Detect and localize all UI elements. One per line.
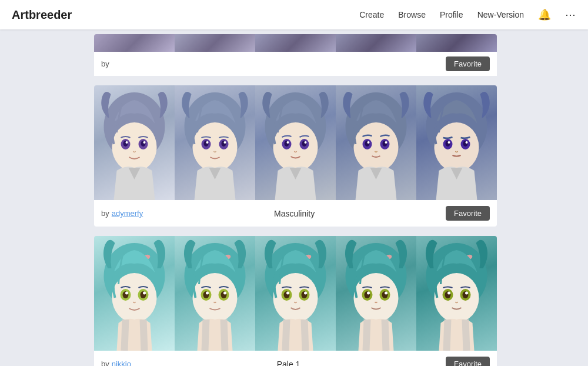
main-content: by Favorite (0, 0, 588, 366)
svg-point-22 (287, 141, 289, 144)
partial-by-label: by (101, 59, 109, 68)
svg-point-7 (143, 141, 146, 144)
partial-frame-3 (255, 34, 336, 52)
sequence-frame-2-3[interactable] (255, 236, 336, 351)
partial-meta: by Favorite (94, 52, 497, 76)
svg-point-50 (143, 292, 146, 295)
sequence-strip-2 (94, 236, 497, 351)
more-options-icon[interactable]: ⋯ (565, 8, 576, 21)
sequence-frame-2-4[interactable] (336, 236, 416, 351)
partial-frame-5 (416, 34, 497, 52)
nav-create[interactable]: Create (359, 10, 384, 19)
svg-point-31 (385, 141, 387, 144)
teal-face-svg-5 (416, 236, 497, 351)
anime-face-svg (94, 85, 175, 200)
anime-face-svg-2 (175, 85, 255, 200)
partial-frame-4 (336, 34, 416, 52)
anime-face-svg-5 (416, 85, 497, 200)
svg-point-17 (273, 122, 318, 172)
partial-top-row: by Favorite (94, 34, 497, 76)
svg-point-83 (385, 292, 387, 295)
partial-frame-2 (175, 34, 255, 52)
title-2: Pale 1 (131, 360, 446, 367)
teal-face-svg-4 (336, 236, 416, 351)
anime-face-svg-3 (255, 85, 336, 200)
nav: Create Browse Profile New-Version 🔔 ⋯ (359, 8, 576, 21)
nav-browse[interactable]: Browse (398, 10, 426, 19)
svg-point-33 (435, 122, 479, 172)
partial-strip-container (94, 34, 497, 52)
svg-point-49 (125, 292, 128, 295)
teal-face-svg-1 (94, 236, 175, 351)
partial-strip (94, 34, 497, 52)
sequence-row-1: by adymerfy Masculinity Favorite (94, 85, 497, 227)
nav-new-version[interactable]: New-Version (477, 10, 524, 19)
svg-point-15 (224, 141, 226, 144)
partial-favorite-button[interactable]: Favorite (446, 56, 490, 71)
by-label-1: by (101, 209, 109, 218)
sequence-frame-1-1[interactable] (94, 85, 175, 200)
author-link-2[interactable]: nikkio (112, 360, 131, 366)
sequence-meta-1: by adymerfy Masculinity Favorite (94, 200, 497, 227)
sequence-meta-2: by nikkio Pale 1 Favorite (94, 351, 497, 366)
logo[interactable]: Artbreeder (12, 8, 72, 22)
svg-point-60 (206, 292, 209, 295)
svg-point-25 (354, 122, 399, 172)
sequence-frame-2-1[interactable] (94, 236, 175, 351)
sequence-row-2: by nikkio Pale 1 Favorite (94, 236, 497, 366)
anime-face-svg-4 (336, 85, 416, 200)
svg-point-38 (448, 141, 450, 144)
svg-point-93 (447, 292, 450, 295)
svg-point-23 (305, 141, 307, 144)
teal-face-svg-2 (175, 236, 255, 351)
svg-point-71 (286, 292, 289, 295)
teal-face-svg-3 (255, 236, 336, 351)
sequence-strip-1 (94, 85, 497, 200)
svg-point-1 (112, 122, 157, 172)
favorite-button-1[interactable]: Favorite (446, 206, 490, 221)
favorite-button-2[interactable]: Favorite (446, 357, 490, 366)
sequence-frame-1-4[interactable] (336, 85, 416, 200)
svg-point-82 (367, 292, 370, 295)
svg-point-94 (465, 292, 468, 295)
svg-point-9 (193, 122, 238, 172)
author-link-1[interactable]: adymerfy (112, 209, 143, 218)
sequence-frame-1-5[interactable] (416, 85, 497, 200)
svg-point-14 (206, 141, 209, 144)
svg-point-39 (466, 141, 468, 144)
sequence-frame-2-2[interactable] (175, 236, 255, 351)
sequence-frame-1-3[interactable] (255, 85, 336, 200)
partial-frame-1 (94, 34, 175, 52)
nav-profile[interactable]: Profile (440, 10, 463, 19)
svg-point-6 (126, 141, 128, 144)
svg-point-30 (368, 141, 370, 144)
sequence-frame-1-2[interactable] (175, 85, 255, 200)
header: Artbreeder Create Browse Profile New-Ver… (0, 0, 588, 29)
by-label-2: by (101, 360, 109, 366)
svg-point-72 (304, 292, 307, 295)
notification-bell-icon[interactable]: 🔔 (538, 8, 551, 21)
svg-point-61 (223, 292, 226, 295)
sequence-frame-2-5[interactable] (416, 236, 497, 351)
title-1: Masculinity (143, 209, 446, 218)
